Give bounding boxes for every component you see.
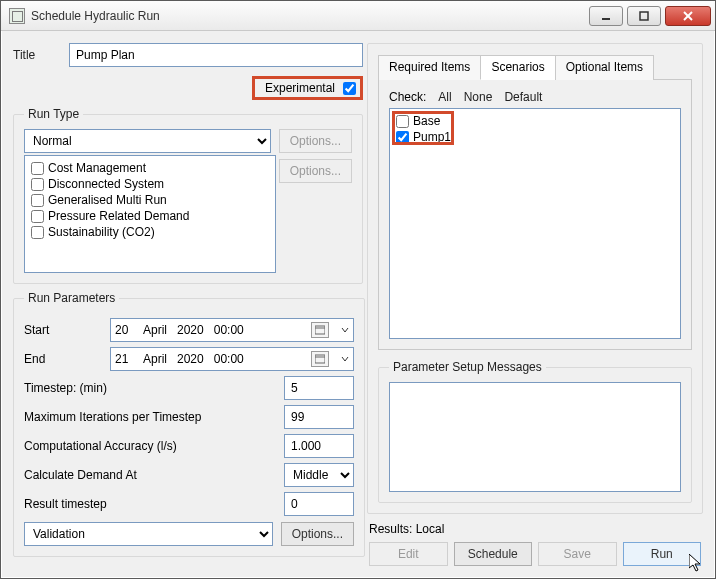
dt-month[interactable]: April — [143, 352, 167, 366]
accuracy-label: Computational Accuracy (l/s) — [24, 439, 284, 453]
title-label: Title — [13, 48, 61, 62]
check-label: Generalised Multi Run — [48, 192, 167, 208]
window-title: Schedule Hydraulic Run — [31, 9, 589, 23]
runtype-checklist: Cost Management Disconnected System Gene… — [24, 155, 276, 273]
calendar-icon[interactable] — [311, 322, 329, 338]
dt-year[interactable]: 2020 — [177, 323, 204, 337]
chevron-down-icon[interactable] — [341, 323, 349, 337]
result-ts-label: Result timestep — [24, 497, 284, 511]
run-parameters-group: Run Parameters Start 20 April 2020 00:00 — [13, 291, 365, 557]
params-options-button[interactable]: Options... — [281, 522, 354, 546]
maxiter-input[interactable] — [284, 405, 354, 429]
runtype-group: Run Type Normal Options... Options... Co… — [13, 107, 363, 284]
app-icon — [9, 8, 25, 24]
experimental-checkbox[interactable] — [343, 82, 356, 95]
check-default[interactable]: Default — [504, 90, 542, 104]
messages-group: Parameter Setup Messages — [378, 360, 692, 503]
tab-optional-items[interactable]: Optional Items — [555, 55, 654, 80]
calendar-icon[interactable] — [311, 351, 329, 367]
timestep-label: Timestep: (min) — [24, 381, 284, 395]
edit-button[interactable]: Edit — [369, 542, 448, 566]
check-cost-management[interactable] — [31, 162, 44, 175]
scenario-base-checkbox[interactable] — [396, 115, 409, 128]
dt-month[interactable]: April — [143, 323, 167, 337]
tabs: Required Items Scenarios Optional Items — [378, 54, 692, 80]
tab-scenarios[interactable]: Scenarios — [480, 55, 555, 80]
validation-select[interactable]: Validation — [24, 522, 273, 546]
check-label: Disconnected System — [48, 176, 164, 192]
title-input[interactable] — [69, 43, 363, 67]
titlebar: Schedule Hydraulic Run — [1, 1, 715, 31]
minimize-button[interactable] — [589, 6, 623, 26]
check-label: Sustainability (CO2) — [48, 224, 155, 240]
scenario-item-label: Pump1 — [413, 129, 451, 145]
tab-label: Scenarios — [491, 60, 544, 74]
schedule-button[interactable]: Schedule — [454, 542, 533, 566]
dt-year[interactable]: 2020 — [177, 352, 204, 366]
run-button[interactable]: Run — [623, 542, 702, 566]
check-generalised-multi-run[interactable] — [31, 194, 44, 207]
messages-legend: Parameter Setup Messages — [389, 360, 546, 374]
end-label: End — [24, 352, 110, 366]
maxiter-label: Maximum Iterations per Timestep — [24, 410, 284, 424]
experimental-label: Experimental — [265, 81, 335, 95]
svg-rect-1 — [640, 12, 648, 20]
tab-required-items[interactable]: Required Items — [378, 55, 481, 80]
runtype-options2-button[interactable]: Options... — [279, 159, 352, 183]
calcdemand-label: Calculate Demand At — [24, 468, 284, 482]
runtype-select[interactable]: Normal — [24, 129, 271, 153]
experimental-highlight: Experimental — [252, 76, 363, 100]
scenario-pump1-checkbox[interactable] — [396, 131, 409, 144]
tab-label: Optional Items — [566, 60, 643, 74]
results-label: Results: Local — [369, 522, 444, 536]
svg-rect-4 — [315, 326, 325, 334]
close-button[interactable] — [665, 6, 711, 26]
dt-time[interactable]: 00:00 — [214, 323, 244, 337]
dt-day[interactable]: 21 — [115, 352, 133, 366]
runtype-options1-button[interactable]: Options... — [279, 129, 352, 153]
runtype-legend: Run Type — [24, 107, 83, 121]
dt-day[interactable]: 20 — [115, 323, 133, 337]
calcdemand-select[interactable]: Middle — [284, 463, 354, 487]
maximize-button[interactable] — [627, 6, 661, 26]
check-none[interactable]: None — [464, 90, 493, 104]
end-datetime[interactable]: 21 April 2020 00:00 — [110, 347, 354, 371]
timestep-input[interactable] — [284, 376, 354, 400]
check-pressure-related-demand[interactable] — [31, 210, 44, 223]
scenarios-panel: Check: All None Default Base Pump1 — [378, 80, 692, 350]
accuracy-input[interactable] — [284, 434, 354, 458]
start-label: Start — [24, 323, 110, 337]
svg-rect-6 — [315, 355, 325, 363]
check-all[interactable]: All — [438, 90, 451, 104]
start-datetime[interactable]: 20 April 2020 00:00 — [110, 318, 354, 342]
check-disconnected-system[interactable] — [31, 178, 44, 191]
scenario-item-label: Base — [413, 113, 440, 129]
run-parameters-legend: Run Parameters — [24, 291, 119, 305]
scenario-list: Base Pump1 — [389, 108, 681, 339]
chevron-down-icon[interactable] — [341, 352, 349, 366]
check-label: Check: — [389, 90, 426, 104]
messages-box — [389, 382, 681, 492]
save-button[interactable]: Save — [538, 542, 617, 566]
result-ts-input[interactable] — [284, 492, 354, 516]
check-sustainability-co2[interactable] — [31, 226, 44, 239]
tab-label: Required Items — [389, 60, 470, 74]
check-label: Cost Management — [48, 160, 146, 176]
check-label: Pressure Related Demand — [48, 208, 189, 224]
dt-time[interactable]: 00:00 — [214, 352, 244, 366]
